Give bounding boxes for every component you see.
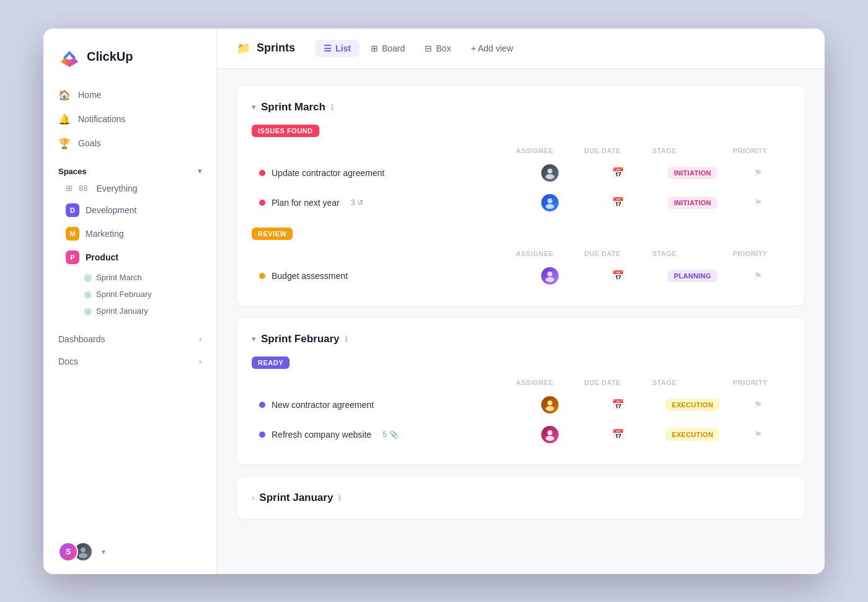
- calendar-icon: 📅: [612, 270, 624, 281]
- sidebar-item-product[interactable]: P Product: [58, 246, 202, 269]
- dashboards-left: Dashboards: [58, 334, 105, 344]
- marketing-badge: M: [66, 227, 79, 241]
- logo-area: ClickUp: [43, 29, 216, 83]
- tab-list[interactable]: ☰ List: [315, 40, 360, 57]
- board-tab-icon: ⊞: [371, 43, 378, 53]
- sidebar-item-sprint-march[interactable]: ◎ Sprint March: [78, 269, 202, 286]
- sidebar-item-sprint-february[interactable]: ◎ Sprint February: [78, 286, 202, 303]
- sidebar-item-notifications[interactable]: 🔔 Notifications: [51, 107, 209, 131]
- board-tab-label: Board: [382, 43, 405, 53]
- svg-point-6: [547, 272, 552, 277]
- priority-cell: ⚑: [733, 429, 782, 440]
- sidebar-item-goals[interactable]: 🏆 Goals: [51, 131, 209, 156]
- sprint-march-toggle[interactable]: ▾: [252, 102, 256, 112]
- sprint-january-title: Sprint January: [259, 492, 333, 504]
- avatar-group: S: [58, 542, 93, 562]
- sidebar-item-sprint-january[interactable]: ◎ Sprint January: [78, 303, 202, 319]
- table-row[interactable]: Refresh company website 5 📎: [252, 420, 790, 449]
- issues-found-table-header: ASSIGNEE DUE DATE STAGE PRIORITY: [252, 143, 790, 158]
- sidebar-item-home[interactable]: 🏠 Home: [51, 83, 209, 107]
- sidebar: ClickUp 🏠 Home 🔔 Notifications 🏆 Goals S…: [43, 29, 217, 574]
- due-date-cell: 📅: [584, 197, 652, 208]
- task-attachment-badge: 5 📎: [383, 430, 399, 439]
- table-row[interactable]: Budget assessment 📅 PLANNING: [252, 261, 790, 291]
- sidebar-item-everything[interactable]: ⊞ 88 Everything: [58, 179, 202, 198]
- priority-cell: ⚑: [733, 167, 782, 179]
- docs-left: Docs: [58, 356, 78, 366]
- stage-cell: EXECUTION: [652, 428, 733, 441]
- add-view-button[interactable]: + Add view: [462, 40, 521, 57]
- avatar: [541, 194, 559, 211]
- product-label: Product: [86, 252, 118, 262]
- everything-count: 88: [79, 184, 87, 193]
- sidebar-item-marketing[interactable]: M Marketing: [58, 222, 202, 246]
- add-view-label: + Add view: [471, 43, 513, 53]
- task-name-cell: Plan for next year 3 ↺: [259, 198, 516, 208]
- flag-icon: ⚑: [754, 399, 762, 410]
- sprint-march-header: ▾ Sprint March ℹ: [252, 101, 790, 113]
- flag-icon: ⚑: [754, 197, 762, 208]
- svg-point-7: [546, 277, 554, 282]
- due-date-cell: 📅: [584, 428, 652, 440]
- ready-table-header: ASSIGNEE DUE DATE STAGE PRIORITY: [252, 375, 790, 390]
- stage-badge: EXECUTION: [666, 428, 720, 441]
- sprint-january-info-icon[interactable]: ℹ: [338, 493, 341, 503]
- due-date-col-header: DUE DATE: [584, 250, 652, 257]
- spaces-header[interactable]: Spaces ▾: [58, 167, 202, 176]
- sprint-march-label: Sprint March: [96, 273, 142, 282]
- sprint-march-section: ▾ Sprint March ℹ ISSUES FOUND ASSIGNEE D…: [237, 86, 805, 306]
- stage-col-header: STAGE: [652, 147, 733, 154]
- sprint-january-toggle[interactable]: ›: [252, 493, 254, 502]
- table-row[interactable]: Plan for next year 3 ↺ 📅: [252, 188, 790, 218]
- priority-col-header: PRIORITY: [733, 250, 782, 257]
- sprint-february-icon: ◎: [84, 290, 91, 299]
- product-sub-items: ◎ Sprint March ◎ Sprint February ◎ Sprin…: [58, 269, 202, 319]
- svg-point-4: [547, 198, 552, 203]
- main-content: 📁 Sprints ☰ List ⊞ Board ⊟ Box + Add vie…: [217, 29, 825, 574]
- stage-badge: INITIATION: [668, 167, 717, 179]
- sprint-march-title: Sprint March: [261, 101, 326, 113]
- task-subtask-badge: 3 ↺: [351, 198, 364, 207]
- top-bar: 📁 Sprints ☰ List ⊞ Board ⊟ Box + Add vie…: [217, 29, 825, 69]
- assignee-col-header: ASSIGNEE: [516, 250, 584, 257]
- sprint-march-info-icon[interactable]: ℹ: [330, 102, 334, 112]
- table-row[interactable]: Update contractor agreement 📅 INITIATION: [252, 158, 790, 188]
- due-date-cell: 📅: [584, 399, 652, 410]
- assignee-col-header: ASSIGNEE: [516, 147, 584, 154]
- task-dot-red: [259, 170, 265, 176]
- avatar-s: S: [58, 542, 78, 562]
- avatar: [541, 426, 559, 443]
- flag-icon: ⚑: [754, 270, 762, 281]
- due-date-cell: 📅: [584, 270, 652, 281]
- task-name: Budget assessment: [272, 271, 348, 281]
- logo-text: ClickUp: [87, 50, 133, 64]
- dashboards-label: Dashboards: [58, 334, 105, 344]
- tab-board[interactable]: ⊞ Board: [362, 40, 414, 57]
- sidebar-item-dashboards[interactable]: Dashboards ›: [51, 328, 209, 350]
- svg-point-5: [546, 204, 554, 209]
- task-name: Update contractor agreement: [272, 168, 384, 178]
- sidebar-item-development[interactable]: D Development: [58, 198, 202, 222]
- calendar-icon: 📅: [612, 197, 624, 208]
- sprint-february-title: Sprint February: [261, 333, 340, 345]
- user-footer[interactable]: S ▾: [43, 529, 216, 574]
- sprints-title: Sprints: [257, 42, 295, 55]
- table-row[interactable]: New contractor agreement 📅 EXECUTION: [252, 390, 790, 420]
- sidebar-item-docs[interactable]: Docs ›: [51, 350, 209, 373]
- sprint-february-info-icon[interactable]: ℹ: [345, 334, 348, 344]
- task-name-cell: New contractor agreement: [259, 400, 516, 410]
- stage-cell: EXECUTION: [652, 399, 733, 411]
- tab-box[interactable]: ⊟ Box: [416, 40, 459, 57]
- svg-point-1: [79, 553, 87, 558]
- ready-group: READY ASSIGNEE DUE DATE STAGE PRIORITY N…: [252, 356, 790, 449]
- box-tab-label: Box: [436, 43, 451, 53]
- sprint-february-toggle[interactable]: ▾: [252, 334, 256, 343]
- stage-cell: PLANNING: [652, 270, 733, 282]
- sprint-january-icon: ◎: [84, 306, 91, 316]
- priority-col-header: PRIORITY: [733, 379, 782, 386]
- svg-point-9: [546, 406, 554, 411]
- spaces-label: Spaces: [58, 167, 87, 176]
- home-label: Home: [78, 90, 101, 100]
- svg-point-8: [547, 401, 552, 405]
- due-date-cell: 📅: [584, 167, 652, 179]
